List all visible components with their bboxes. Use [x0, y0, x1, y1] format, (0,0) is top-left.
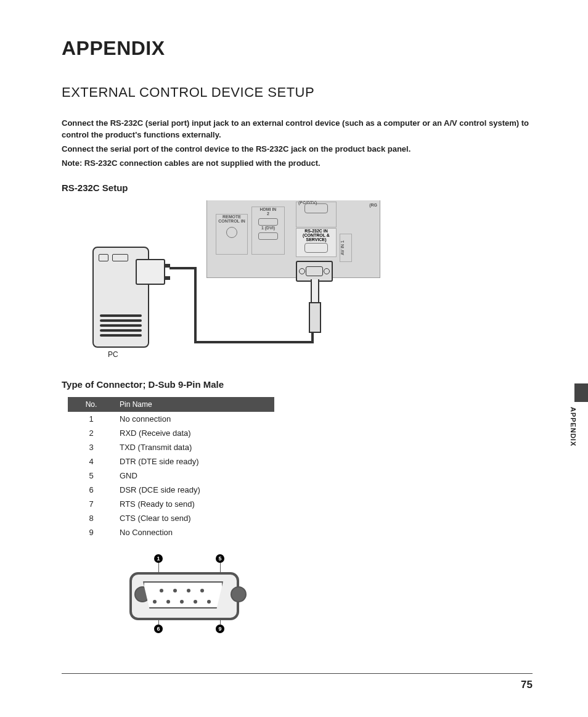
panel-rg-label: (RG: [369, 203, 377, 207]
intro-text: Connect the RS-232C (serial port) input …: [62, 118, 533, 169]
section-heading: EXTERNAL CONTROL DEVICE SETUP: [62, 84, 533, 100]
panel-rs232-sub: (CONTROL & SERVICE): [296, 233, 336, 242]
table-row: 1No connection: [68, 412, 274, 426]
side-section-label: APPENDIX: [570, 407, 577, 446]
table-row: 2RXD (Receive data): [68, 426, 274, 440]
db9-connector-diagram: 1 5 6 9: [117, 551, 247, 637]
panel-hdmi2-label: 2: [252, 211, 284, 216]
cable-barrel-icon: [309, 302, 321, 323]
footer-divider: [62, 673, 533, 674]
page-number: 75: [521, 679, 533, 691]
side-tab-marker: [574, 383, 588, 402]
table-row: 9No Connection: [68, 525, 274, 539]
connector-type-heading: Type of Connector; D-Sub 9-Pin Male: [62, 379, 533, 390]
table-row: 3TXD (Transmit data): [68, 440, 274, 454]
page-title: APPENDIX: [62, 37, 533, 60]
cable-tail-icon: [311, 279, 319, 305]
table-row: 8CTS (Clear to send): [68, 511, 274, 525]
rs232-setup-heading: RS-232C Setup: [62, 182, 533, 193]
panel-avin-label: AV IN 1: [340, 234, 352, 262]
pin-label-5: 5: [216, 554, 224, 563]
serial-plug-icon: [136, 259, 165, 285]
db9-plug-icon: [296, 261, 333, 282]
panel-hdmi-label: HDMI IN: [252, 207, 284, 211]
panel-rs232-label: RS-232C IN: [296, 229, 336, 233]
table-head-pin: Pin Name: [115, 397, 274, 412]
intro-p2: Connect the serial port of the control d…: [62, 144, 533, 155]
panel-hdmi1-label: 1 (DVI): [252, 226, 284, 230]
table-row: 7RTS (Ready to send): [68, 497, 274, 511]
setup-diagram: PC (PC/DTV) (RG REMOTE CONTROL IN HDMI I…: [62, 200, 533, 361]
pin-table: No. Pin Name 1No connection 2RXD (Receiv…: [68, 397, 274, 539]
intro-p3: Note: RS-232C connection cables are not …: [62, 158, 533, 170]
table-row: 4DTR (DTE side ready): [68, 454, 274, 469]
pin-label-9: 9: [216, 625, 224, 633]
pin-label-1: 1: [154, 554, 163, 563]
table-head-no: No.: [68, 397, 115, 412]
table-row: 5GND: [68, 469, 274, 483]
pin-label-6: 6: [154, 625, 163, 633]
pc-label: PC: [108, 350, 118, 359]
panel-remote-label: REMOTE CONTROL IN: [216, 215, 247, 223]
table-row: 6DSR (DCE side ready): [68, 483, 274, 497]
back-panel-icon: (PC/DTV) (RG REMOTE CONTROL IN HDMI IN 2…: [206, 200, 380, 278]
intro-p1: Connect the RS-232C (serial port) input …: [62, 118, 533, 141]
cable-barrel2-icon: [309, 321, 321, 333]
